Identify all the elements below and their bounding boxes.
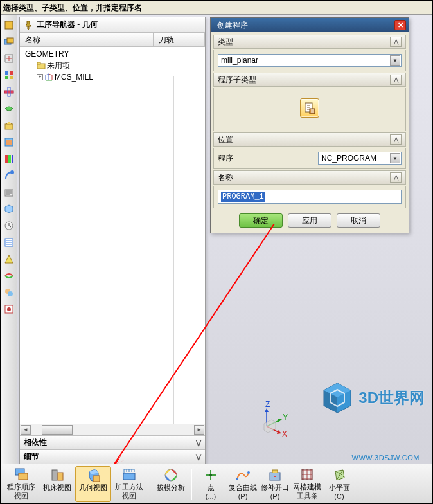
dropdown-icon[interactable]: ▼ [390,153,400,163]
draft-analysis-button[interactable]: 拔模分析 [155,466,187,502]
column-track[interactable]: 刀轨 [154,33,205,46]
tool-10[interactable] [3,169,15,182]
tool-13[interactable] [3,219,15,232]
location-group-header[interactable]: 位置 ⋀ [213,132,406,147]
tool-8[interactable] [3,136,15,148]
point-icon [203,467,218,483]
tool-17[interactable] [3,286,15,299]
type-group-header[interactable]: 类型 ⋀ [213,35,406,49]
geometry-view-button[interactable]: 几何视图 [75,466,111,502]
horizontal-scrollbar[interactable]: ◄ ► [20,424,205,435]
point-button[interactable]: 点 (...) [195,466,227,502]
svg-point-20 [8,291,13,296]
column-divider [173,76,174,424]
svg-rect-3 [5,71,8,75]
svg-point-15 [10,170,14,174]
program-value: NC_PROGRAM [321,154,376,163]
repair-open-button[interactable]: 修补开口 (P) [259,466,291,502]
operation-navigator-panel: 工序导航器 - 几何 名称 刀轨 GEOMETRY 未用项 + MCS_MILL [19,17,206,464]
navigator-title: 工序导航器 - 几何 [37,19,98,30]
type-combo[interactable]: mill_planar ▼ [218,54,402,67]
method-view-button[interactable]: 加工方法 视图 [111,466,147,502]
svg-text:Y: Y [283,413,288,422]
tool-3[interactable] [3,52,15,65]
pin-icon[interactable] [24,21,33,30]
svg-text:Z: Z [265,400,270,409]
name-input[interactable]: PROGRAM_1 [218,190,402,204]
tree-unused[interactable]: 未用项 [20,60,205,71]
mini-face-button[interactable]: 小平面 (C) [323,466,355,502]
dialog-titlebar[interactable]: 创建程序 ✕ [211,18,409,32]
subtype-group-header[interactable]: 程序子类型 ⋀ [213,73,406,87]
svg-rect-12 [5,155,8,163]
program-order-icon [13,467,29,482]
svg-text:X: X [282,429,287,438]
svg-point-22 [7,307,11,311]
detail-label: 细节 [24,451,39,462]
tool-6[interactable] [3,102,15,115]
tool-7[interactable] [3,119,15,132]
chevron-up-icon: ⋀ [390,172,402,183]
apply-button[interactable]: 应用 [288,213,331,228]
tool-2[interactable] [3,35,15,48]
svg-rect-2 [7,38,13,43]
tool-15[interactable] [3,253,15,266]
navigator-columns: 名称 刀轨 [20,33,205,47]
draft-icon [163,467,179,483]
coordinate-triad: Z Y X [255,399,294,438]
program-icon [303,102,316,114]
watermark: 3D世界网 [320,381,425,415]
type-value: mill_planar [221,56,258,65]
tool-14[interactable] [3,236,15,249]
subtype-program-button[interactable] [300,98,319,118]
machine-view-button[interactable]: 机床视图 [39,466,75,502]
location-group-body: 程序 NC_PROGRAM ▼ [213,148,406,169]
composite-curve-icon [235,467,251,483]
tool-5[interactable] [3,86,15,98]
composite-curve-button[interactable]: 复合曲线 (P) [227,466,259,502]
navigator-tree[interactable]: GEOMETRY 未用项 + MCS_MILL [20,47,205,424]
viewport: 工序导航器 - 几何 名称 刀轨 GEOMETRY 未用项 + MCS_MILL [17,15,432,464]
dependency-label: 相依性 [24,437,47,448]
toolbar-separator [150,469,152,500]
left-vertical-toolbar [1,15,17,489]
svg-rect-4 [10,71,13,75]
chevron-up-icon: ⋀ [390,75,402,85]
svg-rect-6 [10,76,13,79]
mcs-label: MCS_MILL [55,73,93,82]
name-group-header[interactable]: 名称 ⋀ [213,170,406,184]
expander-icon[interactable]: + [37,74,43,80]
scroll-thumb[interactable] [42,425,73,435]
svg-rect-14 [12,155,13,163]
tool-12[interactable] [3,203,15,215]
detail-section[interactable]: 细节 ⋁ [20,449,205,464]
type-label: 类型 [218,37,233,48]
cancel-button[interactable]: 取消 [337,213,380,228]
ok-button[interactable]: 确定 [239,213,283,228]
chevron-up-icon: ⋀ [390,37,402,47]
scroll-left-button[interactable]: ◄ [21,425,31,435]
geometry-view-icon [85,467,101,483]
mesh-model-button[interactable]: 网格建模 工具条 [291,466,323,502]
dependency-section[interactable]: 相依性 ⋁ [20,435,205,449]
svg-rect-35 [93,476,100,482]
tree-mcs-mill[interactable]: + MCS_MILL [20,71,205,83]
tool-9[interactable] [3,152,15,165]
close-button[interactable]: ✕ [394,20,406,30]
column-name[interactable]: 名称 [20,33,154,46]
tool-1[interactable] [3,19,15,32]
svg-rect-36 [123,473,135,480]
tool-18[interactable] [3,303,15,316]
tool-16[interactable] [3,269,15,282]
program-order-view-button[interactable]: 程序顺序 视图 [3,466,39,502]
tool-4[interactable] [3,69,15,82]
folder-icon [37,61,46,70]
tool-11[interactable] [3,186,15,199]
program-combo[interactable]: NC_PROGRAM ▼ [318,152,402,165]
dropdown-icon[interactable]: ▼ [390,55,400,66]
dialog-title-text: 创建程序 [217,20,248,31]
tree-root[interactable]: GEOMETRY [20,48,205,60]
svg-point-38 [209,474,212,476]
scroll-right-button[interactable]: ► [194,425,204,435]
svg-rect-33 [52,470,57,480]
